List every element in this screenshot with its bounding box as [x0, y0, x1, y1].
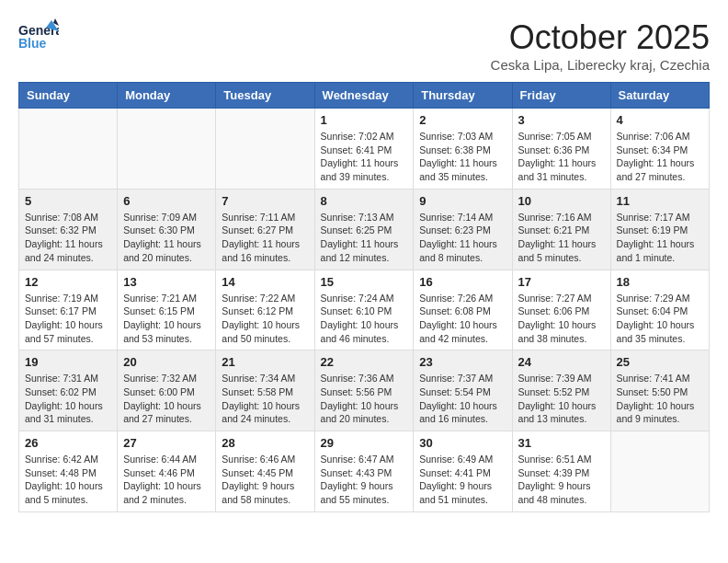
- table-row: 14Sunrise: 7:22 AM Sunset: 6:12 PM Dayli…: [216, 270, 314, 350]
- table-row: 20Sunrise: 7:32 AM Sunset: 6:00 PM Dayli…: [118, 350, 216, 431]
- table-row: 1Sunrise: 7:02 AM Sunset: 6:41 PM Daylig…: [314, 109, 414, 190]
- table-row: 2Sunrise: 7:03 AM Sunset: 6:38 PM Daylig…: [414, 109, 512, 190]
- table-row: 5Sunrise: 7:08 AM Sunset: 6:32 PM Daylig…: [19, 189, 118, 270]
- table-row: [610, 431, 709, 512]
- day-info: Sunrise: 6:51 AM Sunset: 4:39 PM Dayligh…: [518, 453, 605, 507]
- table-row: 29Sunrise: 6:47 AM Sunset: 4:43 PM Dayli…: [314, 431, 414, 512]
- day-number: 31: [518, 436, 605, 450]
- day-number: 26: [25, 436, 111, 450]
- day-number: 18: [617, 275, 703, 289]
- day-info: Sunrise: 6:46 AM Sunset: 4:45 PM Dayligh…: [222, 453, 308, 507]
- table-row: 23Sunrise: 7:37 AM Sunset: 5:54 PM Dayli…: [414, 350, 512, 431]
- day-info: Sunrise: 7:22 AM Sunset: 6:12 PM Dayligh…: [222, 292, 308, 346]
- day-number: 10: [518, 194, 605, 208]
- day-number: 17: [518, 275, 605, 289]
- day-info: Sunrise: 7:19 AM Sunset: 6:17 PM Dayligh…: [25, 292, 111, 346]
- calendar: Sunday Monday Tuesday Wednesday Thursday…: [18, 82, 710, 512]
- day-number: 28: [222, 436, 308, 450]
- table-row: 17Sunrise: 7:27 AM Sunset: 6:06 PM Dayli…: [512, 270, 610, 350]
- table-row: 26Sunrise: 6:42 AM Sunset: 4:48 PM Dayli…: [19, 431, 118, 512]
- header-saturday: Saturday: [610, 83, 709, 109]
- day-number: 27: [123, 436, 210, 450]
- calendar-week-row: 19Sunrise: 7:31 AM Sunset: 6:02 PM Dayli…: [19, 350, 710, 431]
- table-row: 9Sunrise: 7:14 AM Sunset: 6:23 PM Daylig…: [414, 189, 512, 270]
- day-number: 23: [419, 355, 506, 369]
- table-row: 6Sunrise: 7:09 AM Sunset: 6:30 PM Daylig…: [118, 189, 216, 270]
- day-info: Sunrise: 6:47 AM Sunset: 4:43 PM Dayligh…: [321, 453, 408, 507]
- table-row: 10Sunrise: 7:16 AM Sunset: 6:21 PM Dayli…: [512, 189, 610, 270]
- table-row: 7Sunrise: 7:11 AM Sunset: 6:27 PM Daylig…: [216, 189, 314, 270]
- calendar-header-row: Sunday Monday Tuesday Wednesday Thursday…: [19, 83, 710, 109]
- header-friday: Friday: [512, 83, 610, 109]
- day-number: 21: [222, 355, 308, 369]
- table-row: 16Sunrise: 7:26 AM Sunset: 6:08 PM Dayli…: [414, 270, 512, 350]
- table-row: 19Sunrise: 7:31 AM Sunset: 6:02 PM Dayli…: [19, 350, 118, 431]
- page-header: General Blue October 2025 Ceska Lipa, Li…: [18, 18, 710, 73]
- table-row: 28Sunrise: 6:46 AM Sunset: 4:45 PM Dayli…: [216, 431, 314, 512]
- header-wednesday: Wednesday: [314, 83, 414, 109]
- day-number: 19: [25, 355, 111, 369]
- day-info: Sunrise: 7:17 AM Sunset: 6:19 PM Dayligh…: [617, 211, 703, 265]
- day-number: 22: [321, 355, 408, 369]
- day-number: 15: [321, 275, 408, 289]
- table-row: 27Sunrise: 6:44 AM Sunset: 4:46 PM Dayli…: [118, 431, 216, 512]
- day-info: Sunrise: 7:31 AM Sunset: 6:02 PM Dayligh…: [25, 372, 111, 426]
- calendar-week-row: 12Sunrise: 7:19 AM Sunset: 6:17 PM Dayli…: [19, 270, 710, 350]
- table-row: [19, 109, 118, 190]
- day-number: 4: [617, 113, 703, 127]
- table-row: [216, 109, 314, 190]
- table-row: 18Sunrise: 7:29 AM Sunset: 6:04 PM Dayli…: [610, 270, 709, 350]
- day-number: 20: [123, 355, 210, 369]
- day-info: Sunrise: 7:03 AM Sunset: 6:38 PM Dayligh…: [419, 130, 506, 184]
- table-row: 11Sunrise: 7:17 AM Sunset: 6:19 PM Dayli…: [610, 189, 709, 270]
- header-monday: Monday: [118, 83, 216, 109]
- table-row: 30Sunrise: 6:49 AM Sunset: 4:41 PM Dayli…: [414, 431, 512, 512]
- table-row: 4Sunrise: 7:06 AM Sunset: 6:34 PM Daylig…: [610, 109, 709, 190]
- day-info: Sunrise: 7:26 AM Sunset: 6:08 PM Dayligh…: [419, 292, 506, 346]
- table-row: 21Sunrise: 7:34 AM Sunset: 5:58 PM Dayli…: [216, 350, 314, 431]
- day-info: Sunrise: 7:34 AM Sunset: 5:58 PM Dayligh…: [222, 372, 308, 426]
- table-row: 22Sunrise: 7:36 AM Sunset: 5:56 PM Dayli…: [314, 350, 414, 431]
- day-number: 5: [25, 194, 111, 208]
- day-info: Sunrise: 7:09 AM Sunset: 6:30 PM Dayligh…: [123, 211, 210, 265]
- day-number: 14: [222, 275, 308, 289]
- day-number: 24: [518, 355, 605, 369]
- day-info: Sunrise: 7:11 AM Sunset: 6:27 PM Dayligh…: [222, 211, 308, 265]
- calendar-week-row: 26Sunrise: 6:42 AM Sunset: 4:48 PM Dayli…: [19, 431, 710, 512]
- day-info: Sunrise: 7:16 AM Sunset: 6:21 PM Dayligh…: [518, 211, 605, 265]
- day-number: 9: [419, 194, 506, 208]
- title-area: October 2025 Ceska Lipa, Liberecky kraj,…: [491, 18, 710, 73]
- day-info: Sunrise: 7:27 AM Sunset: 6:06 PM Dayligh…: [518, 292, 605, 346]
- day-info: Sunrise: 7:41 AM Sunset: 5:50 PM Dayligh…: [617, 372, 703, 426]
- day-info: Sunrise: 7:39 AM Sunset: 5:52 PM Dayligh…: [518, 372, 605, 426]
- day-number: 1: [321, 113, 408, 127]
- table-row: 8Sunrise: 7:13 AM Sunset: 6:25 PM Daylig…: [314, 189, 414, 270]
- calendar-week-row: 5Sunrise: 7:08 AM Sunset: 6:32 PM Daylig…: [19, 189, 710, 270]
- day-info: Sunrise: 7:02 AM Sunset: 6:41 PM Dayligh…: [321, 130, 408, 184]
- day-info: Sunrise: 7:36 AM Sunset: 5:56 PM Dayligh…: [321, 372, 408, 426]
- day-info: Sunrise: 6:44 AM Sunset: 4:46 PM Dayligh…: [123, 453, 210, 507]
- day-info: Sunrise: 7:08 AM Sunset: 6:32 PM Dayligh…: [25, 211, 111, 265]
- day-number: 16: [419, 275, 506, 289]
- day-number: 6: [123, 194, 210, 208]
- day-number: 11: [617, 194, 703, 208]
- calendar-week-row: 1Sunrise: 7:02 AM Sunset: 6:41 PM Daylig…: [19, 109, 710, 190]
- day-info: Sunrise: 7:24 AM Sunset: 6:10 PM Dayligh…: [321, 292, 408, 346]
- day-number: 8: [321, 194, 408, 208]
- day-number: 25: [617, 355, 703, 369]
- svg-text:Blue: Blue: [18, 36, 47, 51]
- day-info: Sunrise: 7:06 AM Sunset: 6:34 PM Dayligh…: [617, 130, 703, 184]
- header-thursday: Thursday: [414, 83, 512, 109]
- day-info: Sunrise: 7:32 AM Sunset: 6:00 PM Dayligh…: [123, 372, 210, 426]
- day-info: Sunrise: 7:29 AM Sunset: 6:04 PM Dayligh…: [617, 292, 703, 346]
- header-sunday: Sunday: [19, 83, 118, 109]
- day-info: Sunrise: 7:37 AM Sunset: 5:54 PM Dayligh…: [419, 372, 506, 426]
- header-tuesday: Tuesday: [216, 83, 314, 109]
- day-number: 30: [419, 436, 506, 450]
- table-row: 31Sunrise: 6:51 AM Sunset: 4:39 PM Dayli…: [512, 431, 610, 512]
- table-row: 15Sunrise: 7:24 AM Sunset: 6:10 PM Dayli…: [314, 270, 414, 350]
- day-info: Sunrise: 7:05 AM Sunset: 6:36 PM Dayligh…: [518, 130, 605, 184]
- day-info: Sunrise: 7:13 AM Sunset: 6:25 PM Dayligh…: [321, 211, 408, 265]
- day-number: 29: [321, 436, 408, 450]
- day-info: Sunrise: 7:14 AM Sunset: 6:23 PM Dayligh…: [419, 211, 506, 265]
